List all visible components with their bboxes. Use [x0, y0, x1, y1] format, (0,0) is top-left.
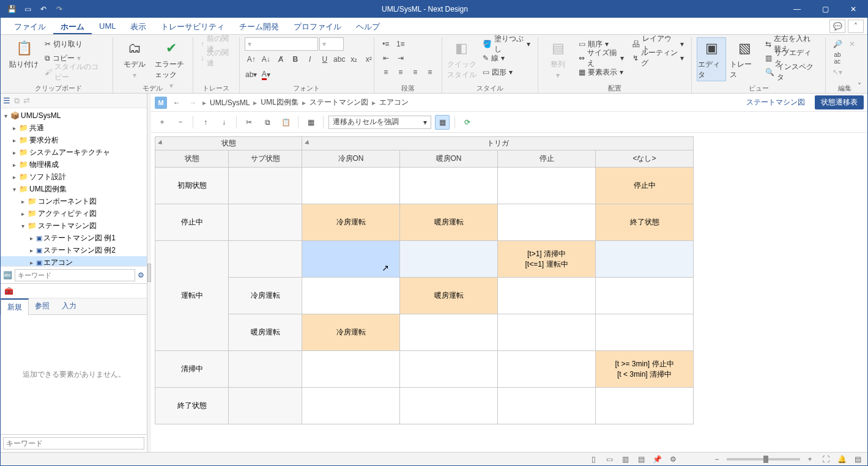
- indent-icon[interactable]: ⇥: [394, 51, 407, 65]
- state-transition-table[interactable]: 状態 トリガ 状態 サブ状態 冷房ON 暖房ON 停止 <なし> 初期状態: [151, 133, 867, 452]
- add-button[interactable]: ＋: [155, 115, 169, 130]
- cell-r3a-c1[interactable]: [302, 278, 400, 314]
- col-header-2[interactable]: 暖房ON: [400, 150, 498, 168]
- zoom-slider[interactable]: [727, 458, 800, 460]
- nav-forward-icon[interactable]: →: [187, 98, 199, 107]
- tree-n6c2[interactable]: ▸▣ステートマシン図 例2: [1, 244, 147, 256]
- tab-team[interactable]: チーム開発: [232, 18, 286, 34]
- model-tree[interactable]: ▾📦UML/SysML ▸📁共通 ▸📁要求分析 ▸📁システムアーキテクチャ ▸📁…: [1, 108, 147, 266]
- routing-button[interactable]: ↯ルーティング▾: [630, 51, 686, 65]
- nav-back-icon[interactable]: ←: [171, 98, 183, 107]
- undo-icon[interactable]: ↶: [36, 2, 51, 17]
- strike-icon[interactable]: abc: [333, 53, 346, 66]
- tree-n6c1[interactable]: ▸▣ステートマシン図 例1: [1, 232, 147, 244]
- row-sub-cooling[interactable]: 冷房運転: [229, 278, 302, 314]
- align-center-icon[interactable]: ≡: [394, 65, 407, 79]
- row-head-running[interactable]: 運転中: [155, 241, 229, 351]
- align-left-icon[interactable]: ≡: [379, 65, 393, 79]
- tree-n5[interactable]: ▸📁ソフト設計: [1, 171, 147, 183]
- grid-settings-icon[interactable]: ▦: [303, 115, 318, 130]
- editor-button[interactable]: ▣エディタ: [697, 37, 726, 81]
- copy-tb-icon[interactable]: ⧉: [260, 115, 275, 130]
- font-color-icon[interactable]: A▾: [259, 68, 273, 81]
- tab-help[interactable]: ヘルプ: [349, 18, 387, 34]
- cell-r4-c4[interactable]: [t >= 3min] 停止中 [t < 3min] 清掃中: [596, 351, 694, 388]
- model-button[interactable]: 🗂モデル▾: [118, 37, 151, 80]
- cell-r5-c1[interactable]: [302, 388, 400, 424]
- tab-new[interactable]: 新規: [1, 298, 29, 315]
- cell-r3a-c4[interactable]: [596, 278, 694, 314]
- cell-r2-c2[interactable]: 暖房運転: [400, 204, 498, 241]
- subscript-icon[interactable]: x₂: [347, 53, 361, 66]
- paste-tb-icon[interactable]: 📋: [278, 115, 293, 130]
- align-right-icon[interactable]: ≡: [409, 65, 422, 79]
- row-sub-stopped[interactable]: [229, 204, 302, 241]
- col-header-substate[interactable]: サブ状態: [229, 150, 302, 168]
- row-head-stopped[interactable]: 停止中: [155, 204, 229, 241]
- status-menu-icon[interactable]: ▤: [851, 455, 864, 464]
- tree-search-input[interactable]: [15, 269, 135, 281]
- row-sub-cleaning[interactable]: [229, 351, 302, 388]
- ribbon-collapse-icon[interactable]: ˅: [854, 81, 865, 92]
- cell-r4-c3[interactable]: [498, 351, 596, 388]
- minimize-button[interactable]: —: [783, 1, 811, 18]
- tab-file[interactable]: ファイル: [7, 18, 53, 34]
- zoom-out-icon[interactable]: −: [711, 455, 723, 464]
- cut-tb-icon[interactable]: ✂: [242, 115, 256, 130]
- tree-n6c3[interactable]: ▸▣エアコン: [1, 256, 147, 266]
- cell-r2-c4[interactable]: 終了状態: [596, 204, 694, 241]
- find-icon[interactable]: 🔎: [831, 37, 844, 51]
- highlight-toggle[interactable]: ▦: [435, 115, 450, 130]
- tab-view[interactable]: 表示: [123, 18, 154, 34]
- left-bottom-search-input[interactable]: [3, 437, 144, 449]
- collapse-ribbon-button[interactable]: ˄: [848, 20, 864, 33]
- save-icon[interactable]: 💾: [4, 2, 19, 17]
- layout-4-icon[interactable]: ▤: [635, 455, 647, 464]
- cell-r2-c1[interactable]: 冷房運転: [302, 204, 400, 241]
- cell-r3b-c3[interactable]: [498, 314, 596, 351]
- font-family-combo[interactable]: ▾: [245, 37, 318, 51]
- paste-button[interactable]: 📋 貼り付け: [9, 37, 39, 70]
- row-sub-running-top[interactable]: [229, 241, 302, 278]
- show-button[interactable]: ▦要素表示▾: [576, 65, 626, 79]
- bold-icon[interactable]: B: [289, 53, 302, 66]
- cell-r1-c4[interactable]: 停止中: [596, 168, 694, 204]
- shape-button[interactable]: ▭図形▾: [480, 65, 533, 79]
- remove-button[interactable]: －: [173, 115, 188, 130]
- cell-r3b-c4[interactable]: [596, 314, 694, 351]
- row-head-final[interactable]: 終了状態: [155, 388, 229, 424]
- row-head-cleaning[interactable]: 清掃中: [155, 351, 229, 388]
- layout-2-icon[interactable]: ▭: [603, 455, 615, 464]
- cell-r5-c3[interactable]: [498, 388, 596, 424]
- tab-traceability[interactable]: トレーサビリティ: [154, 18, 232, 34]
- notify-icon[interactable]: 🔔: [836, 455, 848, 464]
- tree-copy-icon[interactable]: ⧉: [14, 96, 20, 106]
- align-button[interactable]: ▤整列▾: [543, 37, 573, 80]
- tree-collapse-icon[interactable]: ☰: [3, 96, 10, 105]
- refresh-button[interactable]: ⟳: [460, 115, 475, 130]
- tab-ref[interactable]: 参照: [29, 298, 56, 314]
- toolbox-icon[interactable]: 🧰: [4, 287, 13, 295]
- col-header-4[interactable]: <なし>: [596, 150, 694, 168]
- cut-button[interactable]: ✂切り取り: [42, 37, 108, 51]
- cell-r3top-c2[interactable]: [400, 241, 498, 278]
- feedback-icon[interactable]: 💬: [829, 20, 845, 33]
- tree-n6a[interactable]: ▸📁コンポーネント図: [1, 195, 147, 207]
- breadcrumb-4[interactable]: エアコン: [379, 97, 409, 108]
- tab-home[interactable]: ホーム: [53, 18, 92, 34]
- cell-r3b-c1[interactable]: 冷房運転: [302, 314, 400, 351]
- numbering-icon[interactable]: 1≡: [394, 37, 407, 51]
- decrease-font-icon[interactable]: A↓: [259, 53, 273, 66]
- cell-r4-c2[interactable]: [400, 351, 498, 388]
- row-sub-heating[interactable]: 暖房運転: [229, 314, 302, 351]
- delete-icon[interactable]: ✕: [845, 37, 859, 51]
- increase-font-icon[interactable]: A↑: [245, 53, 258, 66]
- row-head-initial[interactable]: 初期状態: [155, 168, 229, 204]
- highlight-icon[interactable]: ab▾: [245, 68, 258, 81]
- move-up-button[interactable]: ↑: [198, 115, 213, 130]
- bullets-icon[interactable]: •≡: [379, 37, 393, 51]
- line-button[interactable]: ✎線▾: [480, 51, 533, 65]
- replace-icon[interactable]: abac: [831, 51, 844, 65]
- next-related-button[interactable]: ↓次の関連: [198, 51, 234, 65]
- tree-n6[interactable]: ▾📁UML図例集: [1, 183, 147, 195]
